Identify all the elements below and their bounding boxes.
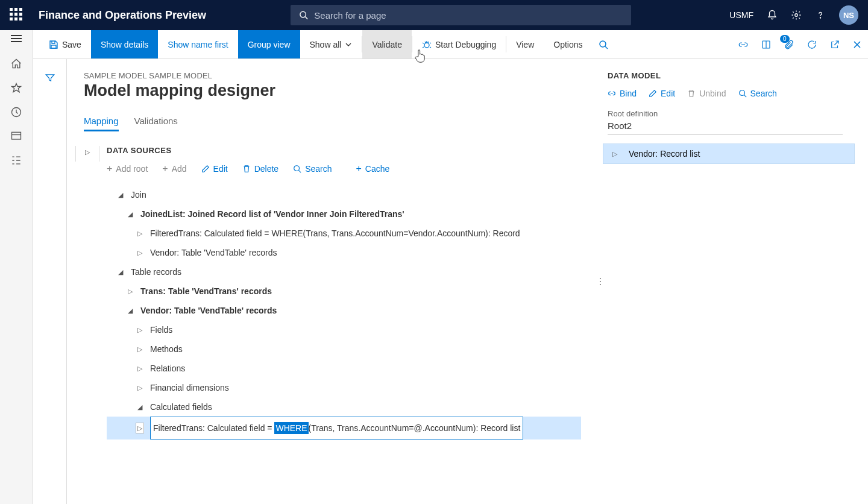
debug-icon xyxy=(422,40,432,49)
tree-node-vendor[interactable]: ◢Vendor: Table 'VendTable' records xyxy=(107,301,581,320)
action-bar: Save Show details Show name first Group … xyxy=(0,30,868,59)
home-icon[interactable] xyxy=(10,58,22,70)
dm-edit-button[interactable]: Edit xyxy=(649,89,675,98)
app-launcher-icon[interactable] xyxy=(10,8,24,22)
start-debugging-button[interactable]: Start Debugging xyxy=(412,30,506,58)
show-all-dropdown[interactable]: Show all xyxy=(300,30,362,58)
page-title: Model mapping designer xyxy=(84,81,581,100)
svg-line-1 xyxy=(306,17,308,19)
data-sources-toolbar: +Add root +Add Edit Delete Search +Cache xyxy=(107,163,581,174)
pane-resize-grip[interactable] xyxy=(598,59,603,504)
open-new-icon[interactable] xyxy=(755,30,778,58)
section-expander[interactable]: ▷ xyxy=(75,146,99,162)
modules-icon[interactable] xyxy=(10,154,22,166)
search-icon xyxy=(738,89,747,98)
tree-node-fields[interactable]: ▷Fields xyxy=(107,320,581,339)
gear-icon[interactable] xyxy=(791,10,802,20)
save-icon xyxy=(49,40,58,49)
tree-node-filteredtrans-join[interactable]: ▷FilteredTrans: Calculated field = WHERE… xyxy=(107,224,581,243)
pencil-icon xyxy=(201,165,210,173)
svg-line-14 xyxy=(744,95,746,98)
tree-node-join[interactable]: ◢Join xyxy=(107,185,581,204)
svg-point-11 xyxy=(294,166,300,171)
trash-icon xyxy=(687,89,696,98)
link-icon xyxy=(608,89,616,98)
delete-button[interactable]: Delete xyxy=(242,163,278,174)
edit-button[interactable]: Edit xyxy=(201,163,228,174)
tree-node-trans[interactable]: ▷Trans: Table 'VendTrans' records xyxy=(107,282,581,301)
view-menu[interactable]: View xyxy=(506,30,544,58)
save-label: Save xyxy=(62,40,81,49)
hamburger-icon[interactable] xyxy=(11,35,22,42)
filter-column xyxy=(33,59,67,504)
add-button[interactable]: +Add xyxy=(162,163,186,174)
bind-button[interactable]: Bind xyxy=(608,89,637,98)
svg-point-3 xyxy=(820,17,820,18)
data-model-title: DATA MODEL xyxy=(608,71,855,80)
cache-button[interactable]: +Cache xyxy=(356,163,390,174)
data-model-toolbar: Bind Edit Unbind Search xyxy=(608,89,855,98)
help-icon[interactable] xyxy=(815,10,826,20)
tree-node-selected[interactable]: ▷ FilteredTrans: Calculated field = WHER… xyxy=(107,417,581,439)
workspaces-icon[interactable] xyxy=(10,130,22,142)
data-model-item[interactable]: ▷Vendor: Record list xyxy=(603,143,855,164)
left-pane: SAMPLE MODEL SAMPLE MODEL Model mapping … xyxy=(67,59,598,504)
svg-rect-10 xyxy=(12,132,21,139)
show-details-button[interactable]: Show details xyxy=(91,30,158,58)
attachments-count: 0 xyxy=(780,35,790,43)
main-area: SAMPLE MODEL SAMPLE MODEL Model mapping … xyxy=(33,59,868,504)
ds-search-button[interactable]: Search xyxy=(293,163,332,174)
unbind-button[interactable]: Unbind xyxy=(687,89,726,98)
options-menu[interactable]: Options xyxy=(544,30,592,58)
attachments-icon[interactable]: 0 xyxy=(778,30,800,58)
app-title: Finance and Operations Preview xyxy=(39,9,206,22)
bell-icon[interactable] xyxy=(767,10,778,20)
tree-node-fin-dims[interactable]: ▷Financial dimensions xyxy=(107,378,581,397)
legal-entity[interactable]: USMF xyxy=(729,10,753,20)
data-sources-title: DATA SOURCES xyxy=(107,146,581,155)
start-debugging-label: Start Debugging xyxy=(435,40,496,49)
avatar[interactable]: NS xyxy=(839,5,858,25)
tree-node-calc-fields[interactable]: ◢Calculated fields xyxy=(107,397,581,417)
svg-point-2 xyxy=(795,14,798,17)
close-icon[interactable] xyxy=(846,30,868,58)
validate-button[interactable]: Validate xyxy=(362,30,412,58)
recent-icon[interactable] xyxy=(10,106,22,118)
add-root-button[interactable]: +Add root xyxy=(107,163,148,174)
tree-node-table-records[interactable]: ◢Table records xyxy=(107,262,581,282)
tab-validations[interactable]: Validations xyxy=(134,113,178,131)
group-view-button[interactable]: Group view xyxy=(238,30,300,58)
svg-point-13 xyxy=(739,90,744,96)
link-icon[interactable] xyxy=(732,30,755,58)
chevron-down-icon xyxy=(345,41,352,48)
show-name-first-button[interactable]: Show name first xyxy=(158,30,237,58)
search-icon xyxy=(293,165,301,173)
global-search[interactable] xyxy=(291,5,631,25)
root-definition-label: Root definition xyxy=(608,109,855,118)
filter-icon[interactable] xyxy=(45,72,55,83)
right-pane: DATA MODEL Bind Edit Unbind Search Root … xyxy=(603,59,868,504)
tab-mapping[interactable]: Mapping xyxy=(84,113,119,131)
tree-node-relations[interactable]: ▷Relations xyxy=(107,359,581,378)
svg-line-12 xyxy=(299,171,301,173)
popout-icon[interactable] xyxy=(823,30,846,58)
star-icon[interactable] xyxy=(10,82,22,94)
tree-node-vendor-join[interactable]: ▷Vendor: Table 'VendTable' records xyxy=(107,243,581,262)
tree-node-joinedlist[interactable]: ◢JoinedList: Joined Record list of 'Vend… xyxy=(107,204,581,224)
find-button[interactable] xyxy=(593,30,614,58)
search-icon xyxy=(299,10,308,20)
show-all-label: Show all xyxy=(310,40,342,49)
trash-icon xyxy=(242,165,251,173)
refresh-icon[interactable] xyxy=(800,30,823,58)
dm-search-button[interactable]: Search xyxy=(738,89,777,98)
top-nav: Finance and Operations Preview USMF NS xyxy=(0,0,868,30)
save-button[interactable]: Save xyxy=(39,30,91,58)
pencil-icon xyxy=(649,89,657,98)
svg-point-5 xyxy=(424,43,429,48)
selected-node-text: FilteredTrans: Calculated field = WHERE(… xyxy=(150,417,523,439)
search-input[interactable] xyxy=(314,10,623,20)
root-definition-value[interactable]: Root2 xyxy=(608,118,843,135)
tree-node-methods[interactable]: ▷Methods xyxy=(107,339,581,359)
data-sources-tree: ◢Join ◢JoinedList: Joined Record list of… xyxy=(107,185,581,439)
left-rail xyxy=(0,30,33,504)
